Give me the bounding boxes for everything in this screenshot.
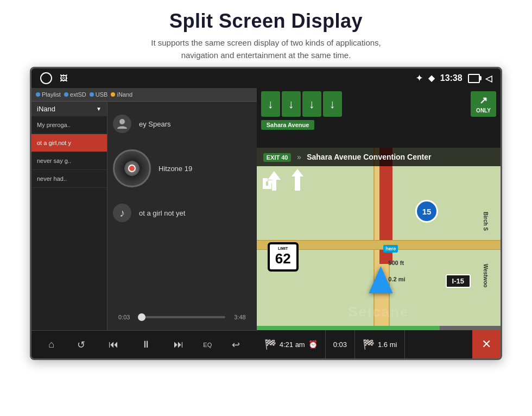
source-tab-playlist[interactable]: Playlist — [36, 91, 61, 98]
time-current: 0:03 — [118, 314, 135, 320]
eta-time: 4:21 am — [280, 341, 305, 349]
image-icon: 🖼 — [60, 74, 67, 83]
playlist-sidebar: iNand ▼ My preroga.. ot a girl,not y nev… — [31, 102, 107, 330]
page-header: Split Screen Display It supports the sam… — [0, 0, 532, 67]
svg-point-0 — [119, 119, 125, 124]
playlist-item-1[interactable]: My preroga.. — [31, 116, 107, 134]
highway-badge-area: I-15 15 — [446, 274, 471, 288]
track-album: Hitzone 19 — [159, 165, 192, 173]
page-subtitle: It supports the same screen display of t… — [0, 37, 532, 61]
distance-remaining: 1.6 mi — [378, 341, 397, 349]
progress-thumb[interactable] — [138, 313, 145, 321]
exit-tag: EXIT 40 — [263, 153, 292, 162]
clock-icon: ⏰ — [308, 340, 318, 349]
flag-end-icon: 🏁 — [363, 338, 375, 350]
progress-bar[interactable] — [139, 316, 225, 318]
nav-info-bar: 🏁 4:21 am ⏰ 0:03 🏁 1.6 mi ✕ — [257, 330, 501, 358]
playlist-header: iNand ▼ — [31, 102, 107, 116]
disc-center — [128, 165, 136, 172]
arrow-sign-3: ↓ — [302, 91, 321, 117]
only-sign: ↗ ONLY — [471, 91, 496, 117]
home-button[interactable]: ⌂ — [45, 336, 58, 354]
artist-icon — [113, 115, 131, 133]
playlist-item-2-active[interactable]: ot a girl,not y — [31, 134, 107, 152]
status-left-icons: 🖼 — [40, 72, 67, 84]
battery-icon — [468, 74, 480, 83]
spacer — [344, 91, 469, 117]
play-pause-button[interactable]: ⏸ — [138, 336, 154, 354]
destination-text: Sahara Avenue Convention Center — [307, 153, 431, 161]
progress-area: 0:03 3:48 — [113, 310, 251, 325]
playlist-item-4[interactable]: never had.. — [31, 170, 107, 188]
sahara-sign: Sahara Avenue — [261, 120, 315, 130]
track-title: ot a girl not yet — [139, 209, 185, 217]
repeat-button[interactable]: ↺ — [74, 336, 88, 354]
limit-label: LIMIT — [275, 247, 291, 250]
highway-name-label: I-15 — [446, 274, 471, 288]
status-bar: 🖼 ✦ ◆ 13:38 ◁ — [31, 68, 501, 88]
album-disc-visual — [113, 149, 151, 187]
speed-number: 62 — [275, 250, 291, 267]
here-logo: here — [383, 245, 398, 253]
artist-row: ey Spears — [113, 112, 251, 135]
device-frame: 🖼 ✦ ◆ 13:38 ◁ Playlist — [30, 67, 502, 360]
time-total: 3:48 — [230, 314, 246, 320]
eq-button[interactable]: EQ — [203, 342, 212, 348]
album-row: Hitzone 19 — [113, 142, 251, 195]
time-remaining-item: 0:03 — [326, 330, 355, 358]
only-arrow-icon: ↗ — [479, 94, 487, 106]
arrow-sign-2: ↓ — [282, 91, 301, 117]
exit-info-bar: EXIT 40 » Sahara Avenue Convention Cente… — [257, 148, 501, 166]
source-tab-usb[interactable]: USB — [90, 91, 108, 98]
navigation-panel: Birch S Westwoo LIMIT 62 500 ft 0.2 mi h… — [257, 88, 501, 358]
arrow-sign-1: ↓ — [261, 91, 280, 117]
clock-time: 13:38 — [440, 73, 463, 83]
source-tab-inand[interactable]: iNand — [111, 91, 132, 98]
nav-direction-arrow — [369, 266, 393, 293]
left-content: iNand ▼ My preroga.. ot a girl,not y nev… — [31, 102, 257, 330]
split-screen: Playlist extSD USB iNand — [31, 88, 501, 358]
back-icon: ◁ — [485, 73, 492, 84]
location-icon: ◆ — [428, 73, 435, 83]
nav-close-button[interactable]: ✕ — [472, 330, 501, 358]
route-progress-bar — [257, 326, 501, 330]
title-row: ♪ ot a girl not yet — [113, 201, 251, 224]
source-tabs: Playlist extSD USB iNand — [31, 88, 257, 102]
speed-limit-sign: LIMIT 62 — [268, 242, 299, 272]
highway-sign-area: ↓ ↓ ↓ ↓ ↗ ONLY Sahara Avenue — [257, 88, 501, 148]
home-circle-icon — [40, 72, 52, 84]
arrow-right-icon: » — [297, 153, 301, 161]
distance-item: 🏁 1.6 mi — [355, 330, 405, 358]
turn-distance-label: 500 ft — [388, 260, 404, 266]
status-right-icons: ✦ ◆ 13:38 ◁ — [416, 73, 492, 84]
page-title: Split Screen Display — [0, 10, 532, 33]
next-button[interactable]: ⏭ — [170, 336, 187, 354]
highway-arrows: ↓ ↓ ↓ ↓ ↗ ONLY — [257, 88, 501, 119]
music-player-panel: Playlist extSD USB iNand — [31, 88, 257, 358]
bluetooth-icon: ✦ — [416, 73, 423, 83]
arrow-sign-4: ↓ — [323, 91, 342, 117]
player-main: ey Spears Hitzone 19 ♪ — [107, 102, 257, 330]
album-disc — [113, 149, 151, 187]
progress-bar-container: 0:03 3:48 — [118, 314, 246, 320]
highway-number-badge: 15 — [415, 200, 438, 223]
prev-button[interactable]: ⏮ — [105, 336, 122, 354]
turn-indicators — [262, 167, 307, 195]
turn-left-icon — [262, 167, 286, 195]
track-info: ey Spears Hitzone 19 ♪ — [113, 112, 251, 224]
time-remaining: 0:03 — [333, 341, 347, 349]
turn-right-icon — [288, 167, 307, 195]
music-note-icon: ♪ — [113, 204, 131, 222]
transport-bar: ⌂ ↺ ⏮ ⏸ ⏭ EQ ↩ — [31, 330, 257, 358]
dropdown-icon[interactable]: ▼ — [96, 106, 102, 112]
eta-item: 🏁 4:21 am ⏰ — [257, 330, 326, 358]
back-button[interactable]: ↩ — [229, 336, 243, 354]
street-label-west: Westwoo — [483, 264, 489, 288]
navigation-arrow — [369, 266, 393, 293]
source-tab-extsd[interactable]: extSD — [64, 91, 86, 98]
playlist-item-3[interactable]: never say g.. — [31, 152, 107, 170]
track-artist: ey Spears — [139, 120, 171, 128]
flag-start-icon: 🏁 — [264, 338, 276, 350]
street-label-birch: Birch S — [483, 212, 489, 231]
only-label: ONLY — [476, 108, 491, 114]
